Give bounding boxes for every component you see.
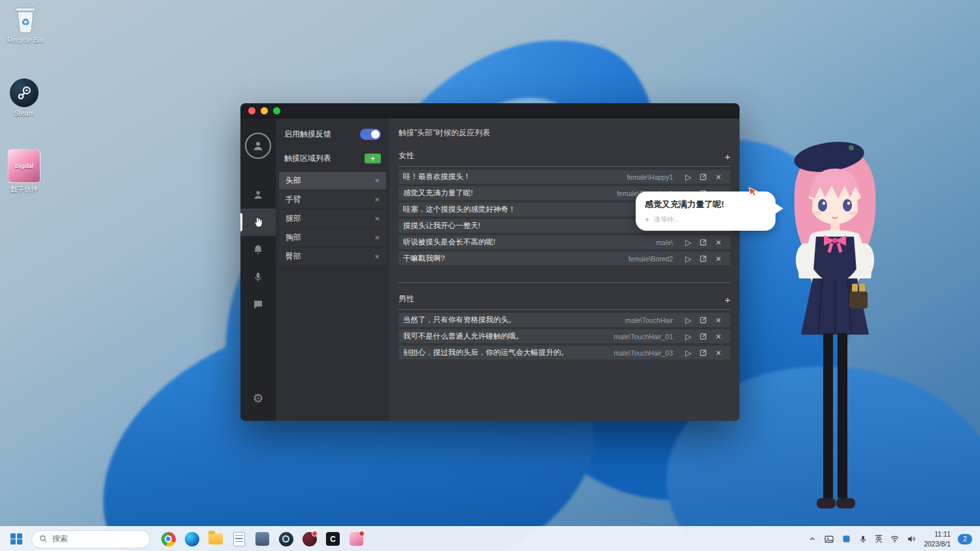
section-label: 女性 (399, 150, 414, 161)
gallery-icon[interactable] (824, 534, 834, 544)
companion-taskbar-icon[interactable] (348, 530, 365, 548)
edge-icon[interactable] (183, 530, 201, 548)
feedback-toggle[interactable] (360, 129, 381, 140)
area-delete-button[interactable]: × (374, 233, 380, 242)
play-button[interactable]: ▷ (681, 348, 696, 358)
touch-area-list: 头部 × 手臂 × 腿部 × 胸部 × (276, 171, 389, 267)
section-header-female: 女性 + (399, 150, 730, 167)
capcut-icon[interactable]: C (324, 530, 342, 548)
taskbar-search[interactable]: 搜索 (31, 530, 150, 548)
play-button[interactable]: ▷ (681, 316, 696, 325)
volume-icon[interactable] (907, 534, 917, 544)
area-list-header: 触摸区域列表 + (276, 146, 389, 171)
reaction-panel-title: 触摸"头部"时候的反应列表 (399, 127, 730, 139)
notepad-icon[interactable] (230, 530, 248, 548)
edit-button[interactable] (696, 316, 711, 324)
ime-indicator[interactable]: 英 (875, 533, 883, 544)
close-window-button[interactable] (248, 107, 255, 114)
profile-avatar[interactable] (245, 133, 271, 159)
area-item-arm[interactable]: 手臂 × (279, 191, 386, 209)
play-button[interactable]: ▷ (681, 332, 696, 341)
delete-button[interactable]: × (711, 237, 726, 248)
speech-bubble-status: 请等待... (645, 215, 766, 224)
search-placeholder: 搜索 (52, 533, 68, 544)
maximize-window-button[interactable] (273, 107, 280, 114)
edit-button[interactable] (696, 348, 711, 357)
add-reaction-button[interactable]: + (725, 295, 730, 305)
area-delete-button[interactable]: × (374, 214, 380, 224)
sidebar-item-chat[interactable] (240, 291, 276, 318)
reaction-voice-tag: male\TouchHair_03 (614, 349, 673, 357)
mic-icon[interactable] (858, 535, 868, 544)
edit-button[interactable] (696, 254, 711, 263)
area-item-hip[interactable]: 臀部 × (279, 248, 386, 265)
reaction-voice-tag: female\Happy1 (627, 173, 673, 181)
reaction-voice-tag: male\TouchHair (625, 316, 673, 324)
wifi-icon[interactable] (890, 534, 900, 544)
area-label: 手臂 (286, 194, 301, 205)
play-button[interactable]: ▷ (681, 254, 696, 263)
start-button[interactable] (8, 531, 25, 548)
area-list-label: 触摸区域列表 (284, 153, 331, 164)
reaction-row: 别担心，摸过我的头后，你的运气会大幅提升的。 male\TouchHair_03… (399, 346, 730, 359)
tray-app-icon[interactable] (841, 534, 851, 544)
desktop-icon-recycle-bin[interactable]: ♻ Recycle Bin (1, 4, 50, 44)
desktop-icon-label: Recycle Bin (1, 36, 50, 44)
sidebar-item-voice[interactable] (240, 263, 276, 291)
app-darkred-icon[interactable] (301, 530, 318, 548)
desktop-icon-steam[interactable]: Steam (0, 78, 48, 117)
sidebar-item-character[interactable] (240, 181, 276, 209)
notification-center-badge[interactable]: 2 (958, 534, 972, 544)
area-delete-button[interactable]: × (374, 252, 380, 261)
taskbar-apps: C (159, 530, 365, 548)
settings-gear-button[interactable]: ⚙ (240, 384, 276, 412)
store-icon[interactable] (253, 530, 271, 548)
section-label: 男性 (399, 293, 414, 305)
reaction-text: 摸摸头让我开心一整天! (403, 221, 673, 231)
sidebar-item-notifications[interactable] (240, 236, 276, 263)
recycle-bin-icon: ♻ (12, 4, 39, 34)
desktop-icon-companion[interactable]: Digital 数字伙伴 (0, 149, 48, 194)
window-titlebar[interactable] (240, 103, 740, 118)
area-item-head[interactable]: 头部 × (279, 172, 386, 190)
section-divider (399, 268, 730, 283)
reaction-voice-tag: male\TouchHair_01 (614, 333, 673, 341)
reaction-panel: 触摸"头部"时候的反应列表 女性 + 哇！最喜欢摸摸头！ female\Happ… (389, 118, 740, 421)
sidebar-item-touch[interactable] (240, 209, 276, 236)
desktop-icon-label: 数字伙伴 (0, 185, 48, 194)
clock[interactable]: 11:11 2023/8/1 (924, 529, 951, 548)
reaction-text: 哇塞，这个摸摸头的感觉好神奇！ (403, 205, 673, 214)
desktop: ♻ Recycle Bin Steam Digital 数字伙伴 (0, 0, 980, 551)
delete-button[interactable]: × (711, 315, 726, 326)
clock-date: 2023/8/1 (924, 539, 951, 548)
nav-rail: ⚙ (240, 118, 276, 421)
svg-text:♻: ♻ (21, 16, 29, 27)
area-delete-button[interactable]: × (374, 195, 380, 205)
edit-button[interactable] (696, 173, 711, 181)
area-item-leg[interactable]: 腿部 × (279, 210, 386, 227)
steam-taskbar-icon[interactable] (277, 530, 295, 548)
reaction-text: 当然了，只有你有资格摸我的头。 (403, 315, 625, 325)
edit-button[interactable] (696, 238, 711, 246)
add-reaction-button[interactable]: + (725, 152, 730, 161)
delete-button[interactable]: × (711, 172, 726, 182)
file-explorer-icon[interactable] (206, 530, 224, 548)
play-button[interactable]: ▷ (681, 173, 696, 182)
delete-button[interactable]: × (711, 331, 726, 342)
edit-button[interactable] (696, 332, 711, 341)
companion-app-icon: Digital (8, 149, 41, 183)
search-icon (39, 535, 48, 543)
minimize-window-button[interactable] (261, 107, 268, 114)
area-delete-button[interactable]: × (374, 176, 380, 186)
character-figure[interactable] (773, 137, 897, 529)
delete-button[interactable]: × (711, 348, 726, 358)
tray-overflow-chevron[interactable] (808, 535, 817, 543)
area-item-chest[interactable]: 胸部 × (279, 229, 386, 246)
steam-icon (10, 78, 39, 107)
add-area-button[interactable]: + (365, 154, 381, 163)
chrome-icon[interactable] (159, 530, 177, 548)
play-button[interactable]: ▷ (681, 238, 696, 247)
notification-dot (359, 531, 365, 537)
reaction-row: 干嘛戳我啊? female\Bored2 ▷ × (399, 252, 730, 265)
delete-button[interactable]: × (711, 254, 726, 264)
